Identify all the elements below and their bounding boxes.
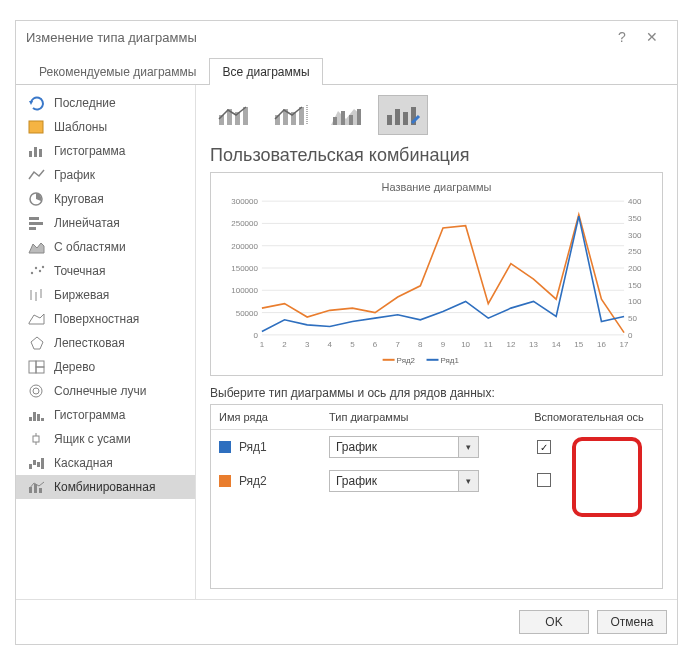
series-color-swatch xyxy=(219,441,231,453)
svg-rect-8 xyxy=(29,227,36,230)
sidebar-item-templates[interactable]: Шаблоны xyxy=(16,115,195,139)
sidebar-item-label: Линейчатая xyxy=(54,216,120,230)
svg-point-22 xyxy=(33,388,39,394)
svg-rect-25 xyxy=(33,412,36,421)
tab-all[interactable]: Все диаграммы xyxy=(209,58,322,85)
sidebar-item-label: Комбинированная xyxy=(54,480,155,494)
sidebar-item-label: Последние xyxy=(54,96,116,110)
sidebar-item-pie[interactable]: Круговая xyxy=(16,187,195,211)
main-title: Пользовательская комбинация xyxy=(210,145,663,166)
svg-point-13 xyxy=(42,266,44,268)
sidebar-item-column[interactable]: Гистограмма xyxy=(16,139,195,163)
sidebar-item-label: Лепестковая xyxy=(54,336,125,350)
sidebar-item-label: Биржевая xyxy=(54,288,109,302)
close-button[interactable]: ✕ xyxy=(637,29,667,45)
svg-text:250000: 250000 xyxy=(231,219,258,228)
sidebar-item-area[interactable]: С областями xyxy=(16,235,195,259)
chevron-down-icon[interactable]: ▾ xyxy=(459,470,479,492)
svg-text:2: 2 xyxy=(282,340,287,349)
sidebar-item-label: Ящик с усами xyxy=(54,432,131,446)
svg-rect-6 xyxy=(29,217,39,220)
secondary-axis-checkbox[interactable]: ✓ xyxy=(537,440,551,454)
series-section-label: Выберите тип диаграммы и ось для рядов д… xyxy=(210,386,663,400)
svg-rect-20 xyxy=(36,361,44,367)
sidebar-item-treemap[interactable]: Дерево xyxy=(16,355,195,379)
svg-text:0: 0 xyxy=(253,331,258,340)
sidebar-item-stock[interactable]: Биржевая xyxy=(16,283,195,307)
svg-text:12: 12 xyxy=(506,340,515,349)
series-type-select[interactable]: График xyxy=(329,436,459,458)
svg-text:10: 10 xyxy=(461,340,470,349)
svg-text:0: 0 xyxy=(628,331,633,340)
svg-text:7: 7 xyxy=(395,340,400,349)
sidebar-item-histogram[interactable]: Гистограмма xyxy=(16,403,195,427)
templates-icon xyxy=(26,119,48,135)
sidebar-item-surface[interactable]: Поверхностная xyxy=(16,307,195,331)
svg-marker-9 xyxy=(29,243,44,253)
combo-subtype-3[interactable] xyxy=(322,95,372,135)
sidebar-item-boxwhisker[interactable]: Ящик с усами xyxy=(16,427,195,451)
sidebar-item-waterfall[interactable]: Каскадная xyxy=(16,451,195,475)
sidebar-item-recent[interactable]: Последние xyxy=(16,91,195,115)
sidebar-item-label: Точечная xyxy=(54,264,105,278)
sidebar-item-label: Солнечные лучи xyxy=(54,384,146,398)
tab-recommended[interactable]: Рекомендуемые диаграммы xyxy=(26,58,209,85)
cancel-button[interactable]: Отмена xyxy=(597,610,667,634)
sidebar-item-label: Гистограмма xyxy=(54,144,125,158)
svg-text:400: 400 xyxy=(628,197,642,206)
series-type-select[interactable]: График xyxy=(329,470,459,492)
sidebar-item-label: Каскадная xyxy=(54,456,113,470)
sidebar-item-label: Поверхностная xyxy=(54,312,139,326)
svg-rect-2 xyxy=(29,151,32,157)
histogram-icon xyxy=(26,407,48,423)
sidebar-item-sunburst[interactable]: Солнечные лучи xyxy=(16,379,195,403)
sidebar-item-scatter[interactable]: Точечная xyxy=(16,259,195,283)
svg-point-10 xyxy=(31,272,33,274)
dialog-title: Изменение типа диаграммы xyxy=(26,30,607,45)
pie-chart-icon xyxy=(26,191,48,207)
sidebar-item-line[interactable]: График xyxy=(16,163,195,187)
svg-text:200: 200 xyxy=(628,264,642,273)
svg-rect-32 xyxy=(33,460,36,465)
svg-text:15: 15 xyxy=(574,340,583,349)
sidebar-item-combo[interactable]: Комбинированная xyxy=(16,475,195,499)
sidebar-item-radar[interactable]: Лепестковая xyxy=(16,331,195,355)
svg-text:250: 250 xyxy=(628,247,642,256)
svg-rect-19 xyxy=(29,361,36,373)
svg-text:3: 3 xyxy=(305,340,310,349)
svg-rect-3 xyxy=(34,147,37,157)
help-button[interactable]: ? xyxy=(607,29,637,45)
svg-marker-0 xyxy=(29,101,33,105)
svg-text:5: 5 xyxy=(350,340,355,349)
area-chart-icon xyxy=(26,239,48,255)
radar-chart-icon xyxy=(26,335,48,351)
ok-button[interactable]: OK xyxy=(519,610,589,634)
svg-text:14: 14 xyxy=(552,340,561,349)
sidebar-item-bar[interactable]: Линейчатая xyxy=(16,211,195,235)
column-chart-icon xyxy=(26,143,48,159)
svg-text:6: 6 xyxy=(373,340,378,349)
svg-text:300: 300 xyxy=(628,231,642,240)
chart-type-sidebar: Последние Шаблоны Гистограмма График Кру… xyxy=(16,85,196,599)
svg-text:9: 9 xyxy=(441,340,446,349)
svg-point-12 xyxy=(39,270,41,272)
series-row: Ряд1 График ▾ ✓ xyxy=(211,430,662,464)
svg-text:11: 11 xyxy=(484,340,493,349)
sidebar-item-label: С областями xyxy=(54,240,126,254)
combo-subtype-1[interactable] xyxy=(210,95,260,135)
waterfall-icon xyxy=(26,455,48,471)
combo-subtype-2[interactable] xyxy=(266,95,316,135)
svg-text:150000: 150000 xyxy=(231,264,258,273)
svg-rect-51 xyxy=(357,109,361,125)
chevron-down-icon[interactable]: ▾ xyxy=(459,436,479,458)
treemap-icon xyxy=(26,359,48,375)
svg-point-11 xyxy=(35,267,37,269)
svg-text:13: 13 xyxy=(529,340,538,349)
series-table: Имя ряда Тип диаграммы Вспомогательная о… xyxy=(210,404,663,589)
combo-subtype-custom[interactable] xyxy=(378,95,428,135)
secondary-axis-checkbox[interactable] xyxy=(537,473,551,487)
svg-rect-28 xyxy=(33,436,39,442)
svg-text:Ряд1: Ряд1 xyxy=(440,356,459,365)
line-chart-icon xyxy=(26,167,48,183)
svg-text:16: 16 xyxy=(597,340,606,349)
